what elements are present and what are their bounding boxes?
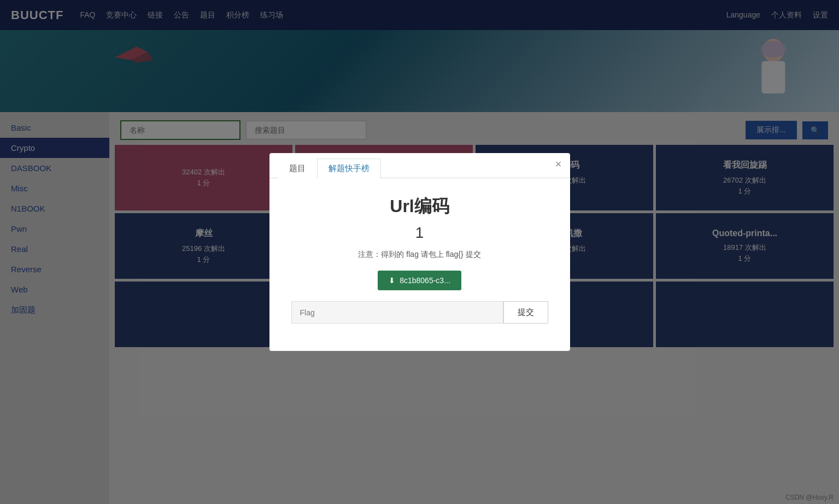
modal-close-button[interactable]: × <box>555 159 562 169</box>
modal-flag-input[interactable] <box>291 301 503 324</box>
modal-overlay[interactable]: 题目 解题快手榜 × Url编码 1 注意：得到的 flag 请包上 flag{… <box>0 0 839 504</box>
modal-score: 1 <box>291 224 548 242</box>
modal-title: Url编码 <box>291 195 548 219</box>
modal-note: 注意：得到的 flag 请包上 flag{} 提交 <box>291 250 548 260</box>
modal-download-button[interactable]: ⬇ 8c1b8065-c3... <box>378 271 461 290</box>
modal-body: Url编码 1 注意：得到的 flag 请包上 flag{} 提交 ⬇ 8c1b… <box>269 178 570 351</box>
modal-tab-problem[interactable]: 题目 <box>278 159 317 178</box>
modal-submit-button[interactable]: 提交 <box>503 301 548 324</box>
modal-download-label: 8c1b8065-c3... <box>400 276 450 285</box>
modal-tab-leaderboard[interactable]: 解题快手榜 <box>317 159 381 178</box>
modal: 题目 解题快手榜 × Url编码 1 注意：得到的 flag 请包上 flag{… <box>269 153 570 351</box>
download-icon: ⬇ <box>389 276 395 285</box>
modal-flag-area: 提交 <box>291 301 548 324</box>
modal-tabs: 题目 解题快手榜 × <box>269 153 570 178</box>
